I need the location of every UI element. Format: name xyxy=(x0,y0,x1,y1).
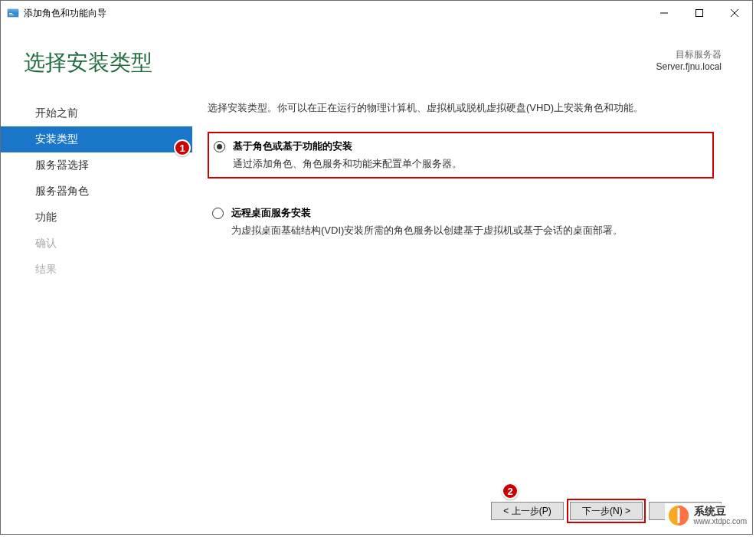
watermark-text: 系统豆 www.xtdpc.com xyxy=(694,506,747,526)
content-panel: 选择安装类型。你可以在正在运行的物理计算机、虚拟机或脱机虚拟硬盘(VHD)上安装… xyxy=(192,93,752,493)
radio-icon xyxy=(214,141,225,152)
option-title: 基于角色或基于功能的安装 xyxy=(233,139,708,153)
radio-icon xyxy=(212,208,224,219)
next-button[interactable]: 下一步(N) > xyxy=(570,502,643,520)
watermark-icon xyxy=(668,505,689,526)
watermark-title: 系统豆 xyxy=(694,506,747,517)
header-section: 选择安装类型 目标服务器 Server.fjnu.local xyxy=(1,25,752,93)
svg-rect-5 xyxy=(696,10,703,17)
svg-rect-1 xyxy=(8,9,18,11)
watermark: 系统豆 www.xtdpc.com xyxy=(665,503,750,528)
previous-button[interactable]: < 上一步(P) xyxy=(491,502,564,520)
option-desc: 为虚拟桌面基础结构(VDI)安装所需的角色服务以创建基于虚拟机或基于会话的桌面部… xyxy=(231,223,709,238)
server-name: Server.fjnu.local xyxy=(656,61,722,72)
option-role-based-install[interactable]: 基于角色或基于功能的安装 通过添加角色、角色服务和功能来配置单个服务器。 xyxy=(208,132,714,179)
footer-section: < 上一步(P) 下一步(N) > 安装(I) xyxy=(1,493,752,534)
server-info: 目标服务器 Server.fjnu.local xyxy=(656,48,722,72)
content-description: 选择安装类型。你可以在正在运行的物理计算机、虚拟机或脱机虚拟硬盘(VHD)上安装… xyxy=(208,100,714,116)
sidebar-item-server-roles[interactable]: 服务器角色 xyxy=(1,178,192,205)
close-button[interactable] xyxy=(717,1,752,25)
option-text: 远程桌面服务安装 为虚拟桌面基础结构(VDI)安装所需的角色服务以创建基于虚拟机… xyxy=(231,206,709,238)
svg-rect-3 xyxy=(9,15,14,15)
sidebar-item-features[interactable]: 功能 xyxy=(1,205,192,231)
sidebar: 开始之前 安装类型 服务器选择 服务器角色 功能 确认 结果 xyxy=(1,93,192,493)
window-title: 添加角色和功能向导 xyxy=(24,7,646,20)
wizard-window: 添加角色和功能向导 选择安装类型 目标服务器 Server.fjnu.local… xyxy=(0,0,753,535)
sidebar-item-server-selection[interactable]: 服务器选择 xyxy=(1,152,192,178)
window-controls xyxy=(646,1,752,25)
server-label: 目标服务器 xyxy=(656,48,722,61)
svg-rect-2 xyxy=(9,13,12,14)
sidebar-item-before-begin[interactable]: 开始之前 xyxy=(1,100,192,126)
title-bar: 添加角色和功能向导 xyxy=(1,1,752,25)
annotation-badge-2: 2 xyxy=(502,483,519,499)
app-icon xyxy=(7,7,19,19)
maximize-button[interactable] xyxy=(682,1,717,25)
sidebar-item-installation-type[interactable]: 安装类型 xyxy=(1,126,192,152)
minimize-button[interactable] xyxy=(646,1,682,25)
option-title: 远程桌面服务安装 xyxy=(231,206,709,220)
svg-rect-9 xyxy=(677,508,679,523)
annotation-badge-1: 1 xyxy=(174,139,191,156)
content-area: 选择安装类型 目标服务器 Server.fjnu.local 开始之前 安装类型… xyxy=(1,25,752,534)
option-text: 基于角色或基于功能的安装 通过添加角色、角色服务和功能来配置单个服务器。 xyxy=(233,139,708,172)
sidebar-item-results: 结果 xyxy=(1,257,192,283)
main-section: 开始之前 安装类型 服务器选择 服务器角色 功能 确认 结果 选择安装类型。你可… xyxy=(1,93,752,493)
page-title: 选择安装类型 xyxy=(24,48,152,77)
option-desc: 通过添加角色、角色服务和功能来配置单个服务器。 xyxy=(233,156,708,172)
option-remote-desktop-install[interactable]: 远程桌面服务安装 为虚拟桌面基础结构(VDI)安装所需的角色服务以创建基于虚拟机… xyxy=(208,200,714,244)
sidebar-item-confirmation: 确认 xyxy=(1,231,192,257)
watermark-url: www.xtdpc.com xyxy=(694,517,747,526)
